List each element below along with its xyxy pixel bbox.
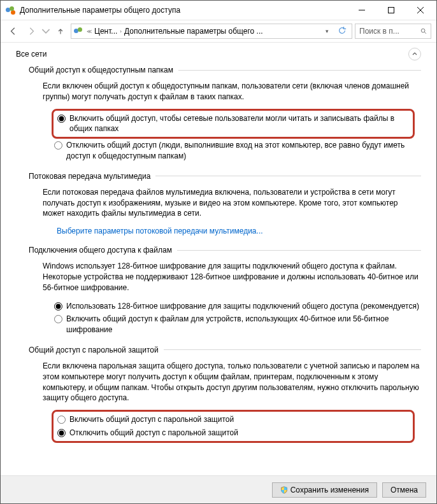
search-box[interactable] (355, 24, 431, 39)
navbar: ≪ Цент... › Дополнительные параметры общ… (1, 20, 436, 43)
section-public-folders: Общий доступ к общедоступным папкам Если… (16, 66, 421, 163)
refresh-button[interactable] (335, 26, 349, 37)
cancel-label: Отмена (390, 486, 418, 494)
section-title: Общий доступ к общедоступным папкам (29, 66, 173, 74)
section-password-sharing: Общий доступ с парольной защитой Если вк… (16, 346, 421, 443)
window-frame: Дополнительные параметры общего доступа (0, 0, 437, 504)
minimize-button[interactable] (347, 1, 376, 20)
section-description: Если включен общий доступ к общедоступны… (43, 81, 421, 102)
app-icon (6, 5, 16, 15)
back-button[interactable] (6, 24, 21, 39)
chevron-left-icon: ≪ (87, 29, 92, 34)
addressbar[interactable]: ≪ Цент... › Дополнительные параметры общ… (71, 24, 352, 39)
section-title: Потоковая передача мультимедиа (29, 172, 150, 181)
profile-header: Все сети (16, 48, 421, 60)
section-title: Общий доступ с парольной защитой (29, 346, 159, 354)
divider (164, 349, 421, 350)
section-description: Windows использует 128-битное шифрование… (43, 261, 421, 293)
radio-128bit[interactable] (54, 302, 62, 311)
divider (177, 250, 421, 251)
search-icon (420, 27, 427, 35)
divider (178, 70, 421, 71)
highlight-password-options: Включить общий доступ с парольной защито… (52, 410, 415, 443)
radio-label[interactable]: Включить общий доступ, чтобы сетевые пол… (69, 113, 409, 135)
cancel-button[interactable]: Отмена (382, 482, 426, 498)
save-button[interactable]: Сохранить изменения (272, 482, 377, 498)
titlebar: Дополнительные параметры общего доступа (1, 1, 436, 20)
maximize-button[interactable] (376, 1, 406, 20)
forward-button[interactable] (24, 24, 39, 39)
window-title: Дополнительные параметры общего доступа (20, 6, 347, 15)
section-description: Если потоковая передача файлов мультимед… (43, 187, 421, 219)
radio-public-disable[interactable] (54, 141, 62, 150)
radio-label[interactable]: Отключить общий доступ с парольной защит… (69, 428, 238, 438)
radio-label[interactable]: Отключить общий доступ (люди, выполнивши… (66, 140, 421, 162)
radio-password-enable[interactable] (57, 416, 66, 424)
save-label: Сохранить изменения (290, 486, 369, 494)
radio-label[interactable]: Включить общий доступ с парольной защито… (69, 414, 234, 425)
shield-icon (280, 486, 288, 494)
radio-40-56bit[interactable] (54, 315, 62, 323)
radio-label[interactable]: Использовать 128-битное шифрование для з… (66, 301, 419, 312)
close-button[interactable] (406, 1, 435, 20)
section-description: Если включена парольная защита общего до… (43, 361, 421, 403)
svg-line-5 (424, 32, 426, 34)
section-title: Подключения общего доступа к файлам (29, 246, 172, 255)
collapse-button[interactable] (408, 48, 421, 60)
search-input[interactable] (359, 27, 417, 36)
divider (155, 176, 421, 176)
breadcrumb-item[interactable]: Дополнительные параметры общего ... (124, 27, 263, 36)
up-button[interactable] (53, 24, 68, 39)
highlight-public-enable: Включить общий доступ, чтобы сетевые пол… (52, 109, 415, 139)
breadcrumb-item[interactable]: Цент... (94, 27, 117, 36)
radio-public-enable[interactable] (57, 115, 66, 123)
radio-label[interactable]: Включить общий доступ к файлам для устро… (66, 314, 421, 335)
section-encryption: Подключения общего доступа к файлам Wind… (16, 246, 421, 337)
window-controls (347, 1, 435, 20)
svg-point-4 (421, 29, 425, 32)
footer: Сохранить изменения Отмена (1, 475, 436, 503)
recent-dropdown[interactable] (41, 24, 50, 39)
chevron-right-icon: › (120, 29, 122, 34)
media-settings-link[interactable]: Выберите параметры потоковой передачи му… (57, 225, 263, 237)
radio-password-disable[interactable] (57, 429, 66, 437)
content-area: Все сети Общий доступ к общедоступным па… (1, 43, 436, 475)
svg-rect-1 (389, 8, 394, 13)
profile-name: Все сети (16, 50, 47, 59)
section-media-streaming: Потоковая передача мультимедиа Если пото… (16, 172, 421, 237)
location-icon (74, 26, 84, 36)
address-dropdown[interactable]: ▾ (321, 28, 333, 34)
